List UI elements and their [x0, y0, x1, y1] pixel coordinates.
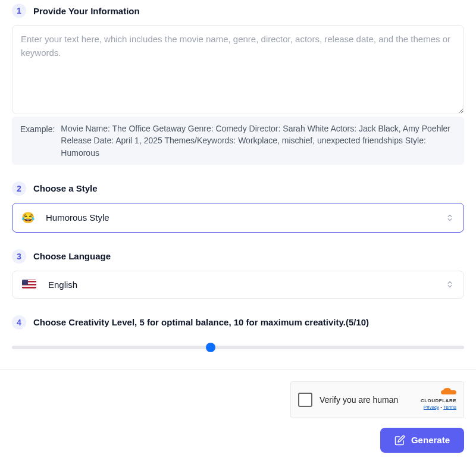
chevron-updown-icon: [446, 214, 454, 222]
language-selected-label: English: [48, 280, 434, 290]
slider-thumb[interactable]: [206, 343, 215, 352]
edit-icon: [394, 435, 405, 446]
flag-us-icon: [22, 280, 36, 289]
step-badge-2: 2: [12, 181, 26, 196]
section-header: 3 Choose Language: [12, 249, 464, 264]
example-box: Example: Movie Name: The Office Getaway …: [12, 117, 464, 165]
info-textarea[interactable]: [12, 25, 464, 114]
style-select[interactable]: 😂 Humorous Style: [12, 203, 464, 233]
example-label: Example:: [20, 123, 55, 159]
step-badge-1: 1: [12, 4, 26, 18]
section-title-language: Choose Language: [33, 251, 111, 261]
captcha-privacy-link[interactable]: Privacy: [424, 405, 439, 410]
captcha-terms-link[interactable]: Terms: [443, 405, 456, 410]
laughing-emoji-icon: 😂: [22, 212, 34, 224]
section-provide-info: 1 Provide Your Information Example: Movi…: [12, 4, 464, 165]
generate-button-label: Generate: [411, 435, 450, 445]
section-title-info: Provide Your Information: [33, 6, 140, 16]
creativity-slider[interactable]: [12, 343, 464, 352]
section-choose-style: 2 Choose a Style 😂 Humorous Style: [12, 181, 464, 233]
captcha-widget: Verify you are human CLOUDFLARE Privacy …: [290, 381, 464, 418]
slider-track: [12, 346, 464, 349]
section-header: 1 Provide Your Information: [12, 4, 464, 18]
captcha-links: Privacy • Terms: [424, 405, 456, 410]
chevron-updown-icon: [446, 280, 454, 289]
cloudflare-cloud-icon: [441, 388, 456, 395]
section-title-creativity: Choose Creativity Level, 5 for optimal b…: [33, 317, 369, 327]
section-header: 4 Choose Creativity Level, 5 for optimal…: [12, 315, 464, 330]
step-badge-4: 4: [12, 315, 26, 330]
section-title-style: Choose a Style: [33, 183, 98, 193]
bottom-area: Verify you are human CLOUDFLARE Privacy …: [12, 381, 464, 453]
step-badge-3: 3: [12, 249, 26, 264]
language-select[interactable]: English: [12, 271, 464, 299]
section-header: 2 Choose a Style: [12, 181, 464, 196]
cloudflare-brand-text: CLOUDFLARE: [421, 398, 456, 403]
example-text: Movie Name: The Office Getaway Genre: Co…: [61, 123, 456, 159]
section-choose-language: 3 Choose Language English: [12, 249, 464, 299]
captcha-checkbox[interactable]: [298, 393, 312, 407]
style-selected-label: Humorous Style: [46, 212, 434, 223]
generate-button[interactable]: Generate: [380, 428, 464, 453]
section-divider: [0, 369, 476, 369]
captcha-text: Verify you are human: [320, 395, 414, 405]
captcha-brand: CLOUDFLARE Privacy • Terms: [421, 390, 456, 410]
section-creativity: 4 Choose Creativity Level, 5 for optimal…: [12, 315, 464, 352]
cloudflare-logo: [441, 390, 456, 397]
